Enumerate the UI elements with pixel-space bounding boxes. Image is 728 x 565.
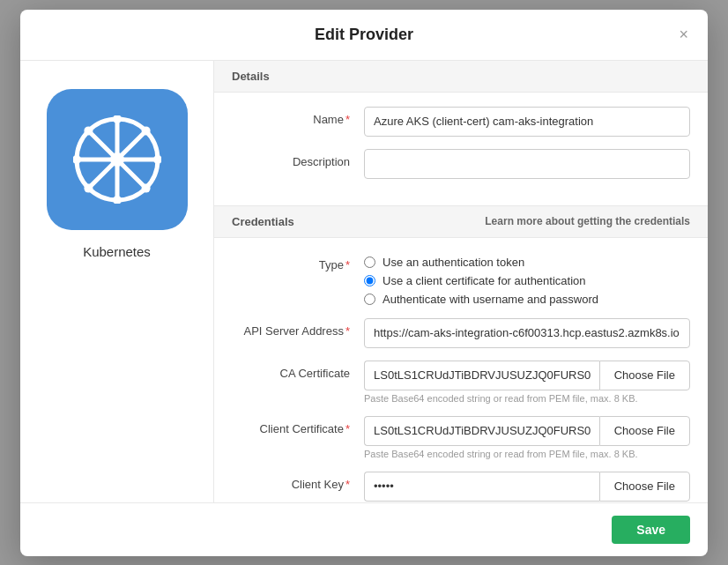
ca-cert-field: Choose File Paste Base64 encoded string …: [364, 361, 690, 404]
svg-point-10: [113, 115, 122, 123]
description-label: Description: [232, 149, 364, 168]
left-panel: Kubernetes: [20, 61, 214, 502]
svg-point-14: [84, 126, 93, 135]
modal-header: Edit Provider ×: [20, 10, 708, 61]
ca-cert-row: CA Certificate Choose File Paste Base64 …: [232, 361, 690, 404]
client-cert-choose-file-button[interactable]: Choose File: [599, 416, 690, 446]
api-server-input[interactable]: [364, 318, 690, 348]
radio-auth-token[interactable]: [364, 256, 375, 268]
svg-line-8: [122, 130, 145, 154]
credentials-learn-more-link[interactable]: Learn more about getting the credentials: [485, 215, 690, 227]
auth-type-group: Use an authentication token Use a client…: [364, 252, 598, 306]
svg-point-12: [73, 155, 81, 164]
provider-icon: [47, 89, 188, 230]
svg-point-17: [84, 183, 93, 192]
client-key-field: Choose File Paste Base64 encoded string …: [364, 472, 690, 502]
kubernetes-icon: [73, 115, 161, 204]
client-cert-row: Client Certificate* Choose File Paste Ba…: [232, 416, 690, 459]
description-input[interactable]: [364, 149, 690, 179]
client-key-input[interactable]: [364, 472, 599, 502]
modal-title: Edit Provider: [315, 26, 413, 44]
client-key-choose-file-button[interactable]: Choose File: [599, 472, 690, 502]
radio-auth-token-label[interactable]: Use an authentication token: [364, 256, 598, 269]
close-button[interactable]: ×: [675, 23, 692, 46]
radio-username-password[interactable]: [364, 294, 375, 305]
svg-line-9: [88, 164, 112, 188]
right-panel: Details Name* Description: [214, 61, 708, 502]
radio-client-cert[interactable]: [364, 275, 375, 286]
client-cert-hint: Paste Base64 encoded string or read from…: [364, 449, 690, 459]
save-button[interactable]: Save: [612, 516, 690, 544]
svg-line-6: [88, 130, 112, 154]
modal-body: Kubernetes Details Name* Descripti: [20, 61, 708, 502]
client-key-row: Client Key* Choose File Paste Base64 enc…: [232, 472, 690, 502]
type-row: Type* Use an authentication token Use a …: [232, 252, 690, 306]
svg-point-15: [141, 183, 150, 192]
ca-cert-input[interactable]: [364, 361, 599, 390]
svg-point-13: [153, 155, 161, 164]
svg-point-11: [113, 196, 122, 204]
name-row: Name*: [232, 107, 690, 137]
svg-point-16: [141, 126, 150, 135]
api-server-label: API Server Address*: [232, 318, 364, 338]
ca-cert-label: CA Certificate: [232, 361, 364, 380]
api-server-row: API Server Address*: [232, 318, 690, 348]
ca-cert-choose-file-button[interactable]: Choose File: [599, 361, 690, 390]
type-label: Type*: [232, 252, 364, 271]
client-key-label: Client Key*: [232, 472, 364, 491]
client-cert-input[interactable]: [364, 416, 599, 446]
name-input[interactable]: [364, 107, 690, 137]
credentials-section-header: Credentials Learn more about getting the…: [214, 206, 708, 238]
edit-provider-modal: Edit Provider ×: [20, 10, 708, 556]
description-row: Description: [232, 149, 690, 179]
svg-line-7: [122, 164, 145, 188]
client-cert-field: Choose File Paste Base64 encoded string …: [364, 416, 690, 459]
ca-cert-hint: Paste Base64 encoded string or read from…: [364, 393, 690, 404]
details-form: Name* Description: [214, 93, 708, 205]
client-cert-label: Client Certificate*: [232, 416, 364, 435]
modal-footer: Save: [20, 502, 708, 556]
name-label: Name*: [232, 107, 364, 126]
radio-client-cert-label[interactable]: Use a client certificate for authenticat…: [364, 274, 598, 287]
radio-username-password-label[interactable]: Authenticate with username and password: [364, 293, 598, 306]
details-section-header: Details: [214, 61, 708, 93]
credentials-form: Type* Use an authentication token Use a …: [214, 238, 708, 502]
provider-name: Kubernetes: [83, 244, 151, 259]
